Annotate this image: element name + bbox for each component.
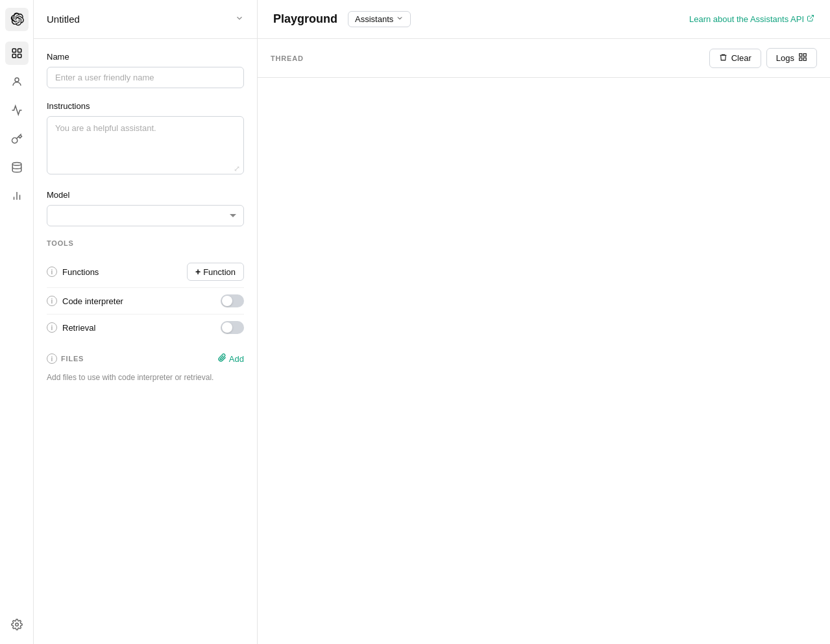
svg-rect-13 [799,58,802,60]
model-select[interactable] [47,205,244,226]
clear-icon [719,53,727,64]
retrieval-left: i Retrieval [47,322,95,333]
svg-rect-1 [18,49,21,52]
functions-label: Functions [62,267,99,277]
files-info-icon[interactable]: i [47,353,57,364]
instructions-label: Instructions [47,101,244,111]
page-title: Playground [273,12,337,26]
storage-nav-icon[interactable] [5,156,29,179]
external-link-icon [807,14,814,24]
clear-btn-label: Clear [731,53,751,63]
main-area: Playground Assistants Learn about the As… [258,0,830,644]
clear-button[interactable]: Clear [709,49,761,68]
logo-icon[interactable] [5,8,29,31]
name-label: Name [47,52,244,62]
learn-link[interactable]: Learn about the Assistants API [689,14,814,24]
assistants-nav-icon[interactable] [5,70,29,93]
logs-btn-label: Logs [776,53,794,63]
files-label: FILES [61,355,84,363]
usage-nav-icon[interactable] [5,184,29,208]
svg-rect-0 [12,49,16,52]
instructions-wrapper: ⤢ [47,116,244,177]
assistants-chevron-icon [396,14,404,24]
fine-tuning-nav-icon[interactable] [5,99,29,122]
svg-rect-11 [799,54,802,56]
instructions-textarea[interactable] [47,116,244,174]
functions-row: i Functions + Function [47,256,244,288]
thread-content [258,78,830,644]
top-bar: Playground Assistants Learn about the As… [258,0,830,39]
api-keys-nav-icon[interactable] [5,127,29,150]
top-bar-right: Learn about the Assistants API [689,14,814,24]
add-btn-label: Add [229,354,244,364]
svg-rect-14 [803,58,806,60]
functions-left: i Functions [47,267,99,277]
code-interpreter-left: i Code interpreter [47,296,123,306]
retrieval-info-icon[interactable]: i [47,322,57,333]
svg-line-10 [810,16,814,19]
sidebar [0,0,34,644]
untitled-title: Untitled [47,14,80,25]
files-description: Add files to use with code interpreter o… [47,372,244,383]
svg-rect-3 [18,54,21,58]
files-section: i FILES Add Add files to use with code i… [34,353,257,396]
resize-handle-icon: ⤢ [234,164,240,173]
settings-nav-icon[interactable] [5,613,29,636]
plus-icon: + [195,267,201,277]
chevron-down-icon[interactable] [235,14,244,25]
add-files-button[interactable]: Add [218,353,244,364]
assistants-dropdown[interactable]: Assistants [348,11,411,27]
retrieval-row: i Retrieval [47,315,244,340]
tools-section: TOOLS i Functions + Function i Code inte… [34,239,257,353]
paperclip-icon [218,353,226,364]
thread-actions: Clear Logs [709,48,817,68]
svg-point-4 [15,78,19,82]
files-left: i FILES [47,353,84,364]
learn-link-text: Learn about the Assistants API [689,14,804,24]
tools-label: TOOLS [47,239,244,247]
svg-point-5 [12,163,21,166]
logs-icon [798,53,807,64]
add-function-button[interactable]: + Function [187,263,244,281]
retrieval-label: Retrieval [62,323,95,333]
code-interpreter-toggle[interactable] [221,294,244,307]
logs-button[interactable]: Logs [766,48,817,68]
code-interpreter-info-icon[interactable]: i [47,296,57,306]
function-btn-label: Function [203,267,236,277]
name-field: Name [47,52,244,88]
thread-label: THREAD [271,54,304,62]
left-form: Name Instructions ⤢ Model [34,39,257,239]
code-interpreter-label: Code interpreter [62,296,123,306]
thread-header: THREAD Clear Logs [258,39,830,78]
left-panel: Untitled Name Instructions ⤢ Model [34,0,258,644]
assistants-badge-label: Assistants [355,14,393,24]
playground-nav-icon[interactable] [5,42,29,65]
model-label: Model [47,190,244,200]
retrieval-toggle[interactable] [221,321,244,334]
code-interpreter-row: i Code interpreter [47,288,244,315]
top-bar-left: Playground Assistants [273,11,411,27]
name-input[interactable] [47,67,244,88]
svg-point-9 [15,623,18,626]
svg-rect-12 [803,54,806,56]
instructions-field: Instructions ⤢ [47,101,244,177]
svg-rect-2 [12,54,16,58]
model-field: Model [47,190,244,226]
files-header: i FILES Add [47,353,244,364]
functions-info-icon[interactable]: i [47,267,57,277]
